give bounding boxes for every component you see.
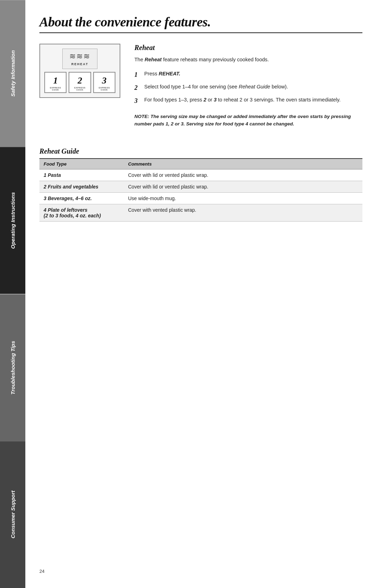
button-label-3: EXPRESS COOK — [95, 87, 113, 91]
reheat-instructions: Reheat The Reheat feature reheats many p… — [134, 44, 362, 137]
step-number-3: 3 — [134, 96, 141, 106]
step-number-1: 1 — [134, 70, 141, 80]
note-label: NOTE: The serving size may be changed or… — [134, 114, 351, 127]
comment-2: Cover with lid or vented plastic wrap. — [124, 181, 362, 192]
comment-3: Use wide-mouth mug. — [124, 192, 362, 204]
sidebar-tab-troubleshooting[interactable]: Troubleshooting Tips — [0, 294, 25, 441]
reheat-guide-table: Food Type Comments 1 Pasta Cover with li… — [39, 158, 362, 222]
keypad-area: ≋≋≋ REHEAT 1 EXPRESS COOK 2 EXPRESS COOK… — [39, 44, 120, 137]
note-bold-1: 1, 2 — [166, 121, 174, 126]
sidebar-label-safety: Safety Information — [10, 50, 16, 97]
button-label-2: EXPRESS COOK — [71, 87, 89, 91]
bold-3: 3 — [214, 97, 216, 103]
page-title: About the convenience features. — [39, 14, 362, 30]
step-number-2: 2 — [134, 83, 141, 93]
number-buttons: 1 EXPRESS COOK 2 EXPRESS COOK 3 EXPRESS … — [44, 72, 115, 93]
col-header-food-type: Food Type — [39, 159, 124, 169]
step-3: 3 For food types 1–3, press 2 or 3 to re… — [134, 96, 362, 106]
table-row: 3 Beverages, 4–6 oz. Use wide-mouth mug. — [39, 192, 362, 204]
table-row: 4 Plate of leftovers(2 to 3 foods, 4 oz.… — [39, 204, 362, 221]
sidebar: Safety Information Operating Instruction… — [0, 0, 25, 588]
food-type-4: 4 Plate of leftovers(2 to 3 foods, 4 oz.… — [39, 204, 124, 221]
sidebar-label-consumer: Consumer Support — [10, 490, 16, 538]
reheat-keyword-1: REHEAT. — [159, 71, 180, 76]
reheat-bold: Reheat — [145, 57, 162, 62]
express-cook-button-2[interactable]: 2 EXPRESS COOK — [69, 72, 91, 93]
table-row: 2 Fruits and vegetables Cover with lid o… — [39, 181, 362, 192]
main-content: About the convenience features. ≋≋≋ REHE… — [25, 0, 380, 588]
step-text-3: For food types 1–3, press 2 or 3 to rehe… — [144, 96, 362, 104]
note-bold-3: 3. — [181, 121, 185, 126]
step-2: 2 Select food type 1–4 for one serving (… — [134, 83, 362, 93]
bold-2: 2 — [203, 97, 206, 103]
step-text-1: Press REHEAT. — [144, 70, 362, 78]
reheat-guide-section: Reheat Guide Food Type Comments 1 Pasta … — [39, 147, 362, 222]
reheat-guide-ref: Reheat Guide — [239, 84, 270, 89]
express-cook-button-3[interactable]: 3 EXPRESS COOK — [93, 72, 115, 93]
food-type-3: 3 Beverages, 4–6 oz. — [39, 192, 124, 204]
button-number-3: 3 — [102, 75, 107, 86]
table-row: 1 Pasta Cover with lid or vented plastic… — [39, 169, 362, 181]
reheat-button-label: REHEAT — [71, 62, 88, 66]
table-header-row: Food Type Comments — [39, 159, 362, 169]
button-number-2: 2 — [77, 75, 82, 86]
sidebar-tab-safety[interactable]: Safety Information — [0, 0, 25, 147]
steam-icon: ≋≋≋ — [69, 52, 90, 61]
step-text-2: Select food type 1–4 for one serving (se… — [144, 83, 362, 91]
note-label-italic: NOTE: The serving size may be changed or… — [134, 114, 351, 127]
comment-4: Cover with vented plastic wrap. — [124, 204, 362, 221]
reheat-icon-area: ≋≋≋ REHEAT — [62, 49, 97, 69]
button-label-1: EXPRESS COOK — [46, 87, 64, 91]
col-header-comments: Comments — [124, 159, 362, 169]
food-type-1: 1 Pasta — [39, 169, 124, 181]
reheat-section-title: Reheat — [134, 44, 362, 52]
keypad-box: ≋≋≋ REHEAT 1 EXPRESS COOK 2 EXPRESS COOK… — [39, 44, 120, 98]
sidebar-tab-operating[interactable]: Operating Instructions — [0, 147, 25, 294]
reheat-intro: The Reheat feature reheats many previous… — [134, 56, 362, 64]
steps-list: 1 Press REHEAT. 2 Select food type 1–4 f… — [134, 70, 362, 106]
sidebar-label-operating: Operating Instructions — [10, 192, 16, 249]
food-type-2: 2 Fruits and vegetables — [39, 181, 124, 192]
sidebar-tab-consumer[interactable]: Consumer Support — [0, 441, 25, 588]
food-type-4-sub: (2 to 3 foods, 4 oz. each) — [44, 213, 101, 218]
note-section: NOTE: The serving size may be changed or… — [134, 113, 362, 128]
button-number-1: 1 — [53, 75, 58, 86]
page-number: 24 — [39, 562, 362, 574]
express-cook-button-1[interactable]: 1 EXPRESS COOK — [44, 72, 66, 93]
title-divider — [39, 32, 362, 33]
sidebar-label-troubleshooting: Troubleshooting Tips — [10, 341, 16, 395]
top-section: ≋≋≋ REHEAT 1 EXPRESS COOK 2 EXPRESS COOK… — [39, 44, 362, 137]
comment-1: Cover with lid or vented plastic wrap. — [124, 169, 362, 181]
step-1: 1 Press REHEAT. — [134, 70, 362, 80]
reheat-guide-title: Reheat Guide — [39, 147, 362, 155]
